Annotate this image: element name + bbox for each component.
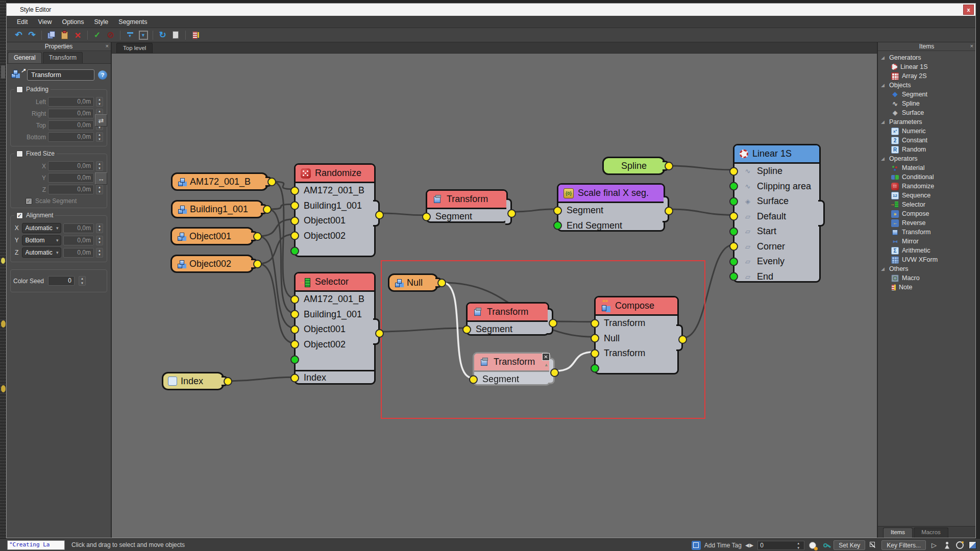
padding-right-field[interactable]: 0,0m — [48, 109, 94, 118]
properties-close-icon[interactable]: × — [106, 43, 109, 49]
tree-item-sequence[interactable]: Sequence — [881, 191, 975, 200]
value-spinner[interactable]: ▲▼ — [96, 236, 103, 245]
input-port-connected[interactable] — [290, 373, 299, 382]
fixed-size-checkbox[interactable] — [16, 151, 23, 157]
node-header[interactable]: Transform — [468, 304, 548, 322]
frame-spinner[interactable]: ▲▼ — [795, 541, 802, 549]
fixed-size-mode-button[interactable]: ↔ — [95, 172, 107, 185]
node-scale[interactable]: Scale final X seg. Segment End Segment — [557, 183, 665, 232]
tree-item-random[interactable]: Random — [881, 145, 975, 154]
tree-item-randomize[interactable]: Randomize — [881, 182, 975, 191]
input-port-connected[interactable] — [290, 295, 299, 304]
fixed-size-x-field[interactable]: 0,0m — [48, 161, 94, 171]
toolbar-delete-button[interactable] — [72, 29, 84, 41]
value-spinner[interactable]: ▲▼ — [96, 248, 103, 258]
node-null[interactable]: Null — [388, 273, 438, 292]
toolbar-copy-button[interactable] — [45, 29, 57, 41]
node-randomize[interactable]: Randomize AM172_001_B Building1_001 Obje… — [294, 163, 376, 257]
tree-item-material[interactable]: Material — [881, 163, 975, 172]
menu-segments[interactable]: Segments — [113, 17, 152, 27]
collapse-triangle-icon[interactable]: ◢ — [881, 156, 886, 161]
tab-general[interactable]: General — [8, 52, 42, 63]
input-port-connected[interactable] — [290, 232, 299, 240]
time-configuration-icon[interactable] — [808, 541, 817, 550]
tree-item-arithmetic[interactable]: Arithmetic — [881, 246, 975, 255]
alignment-z-field[interactable]: 0,0m — [63, 248, 94, 258]
node-name-input[interactable]: Transform — [27, 69, 94, 81]
value-spinner[interactable]: ▲▼ — [96, 161, 103, 171]
output-port[interactable] — [375, 329, 384, 338]
tree-item-segment[interactable]: Segment — [881, 90, 975, 99]
output-port[interactable] — [267, 178, 276, 186]
maximize-viewport-icon[interactable] — [968, 541, 977, 550]
input-port-empty[interactable] — [290, 246, 299, 255]
collapse-triangle-icon[interactable]: ◢ — [881, 119, 886, 124]
input-port-connected[interactable] — [290, 340, 299, 349]
input-port-empty[interactable] — [729, 272, 738, 281]
node-selector[interactable]: Selector AM172_001_B Building1_001 Objec… — [294, 272, 376, 385]
tree-item-constant[interactable]: Constant — [881, 136, 975, 145]
tree-group-generators[interactable]: ◢ Generators — [881, 53, 975, 62]
input-port-connected[interactable] — [290, 186, 299, 195]
toolbar-pinbottom-button[interactable] — [137, 29, 149, 41]
alignment-x-field[interactable]: 0,0m — [63, 223, 94, 233]
node-linear[interactable]: Linear 1S ∿ Spline ∿ Clipping area ◈ Sur… — [733, 144, 821, 283]
tree-item-selector[interactable]: Selector — [881, 200, 975, 209]
tree-item-numeric[interactable]: Numeric — [881, 127, 975, 136]
output-port[interactable] — [224, 377, 232, 386]
toolbar-paste-button[interactable] — [59, 29, 70, 41]
tab-items[interactable]: Items — [883, 528, 913, 538]
color-seed-field[interactable]: 0 — [48, 276, 75, 286]
collapse-triangle-icon[interactable]: ◢ — [881, 266, 886, 271]
set-key-icon[interactable] — [821, 541, 830, 550]
node-spline[interactable]: Spline — [602, 157, 665, 175]
padding-top-field[interactable]: 0,0m — [48, 120, 94, 130]
window-close-button[interactable]: x — [963, 5, 974, 15]
help-button[interactable]: ? — [98, 70, 107, 80]
menu-style[interactable]: Style — [89, 17, 114, 27]
alignment-x-select[interactable]: Automatic▾ — [22, 223, 61, 233]
value-spinner[interactable]: ▲▼ — [96, 132, 103, 142]
input-port-empty[interactable] — [591, 364, 599, 373]
properties-panel-header[interactable]: Properties × — [7, 42, 111, 51]
tab-macros[interactable]: Macros — [914, 528, 948, 538]
node-header[interactable]: Compose — [596, 297, 677, 316]
input-port-connected[interactable] — [729, 242, 738, 251]
alignment-y-field[interactable]: 0,0m — [63, 236, 94, 245]
node-am172[interactable]: AM172_001_B — [171, 172, 268, 191]
tree-item-surface[interactable]: Surface — [881, 108, 975, 117]
input-port-connected[interactable] — [290, 202, 299, 210]
tree-item-note[interactable]: Note — [881, 283, 975, 292]
fixed-size-z-field[interactable]: 0,0m — [48, 185, 94, 194]
node-header[interactable]: Selector — [296, 273, 374, 292]
menu-options[interactable]: Options — [57, 17, 89, 27]
input-port-connected[interactable] — [462, 325, 471, 334]
output-port[interactable] — [253, 260, 262, 268]
output-port[interactable] — [253, 232, 262, 241]
node-compose[interactable]: Compose Transform Null Transform — [594, 296, 679, 374]
alignment-y-select[interactable]: Bottom▾ — [22, 235, 61, 245]
scale-segment-checkbox[interactable]: ✓ — [26, 198, 32, 205]
input-port-connected[interactable] — [591, 319, 599, 328]
tree-item-array-2s[interactable]: Array 2S — [881, 71, 975, 81]
output-port[interactable] — [375, 211, 384, 219]
value-spinner[interactable]: ▲▼ — [96, 97, 103, 107]
padding-mode-button[interactable]: ⇄ — [95, 114, 107, 127]
tree-group-operators[interactable]: ◢ Operators — [881, 154, 975, 163]
node-header[interactable]: Randomize — [296, 165, 374, 183]
menu-view[interactable]: View — [33, 17, 57, 27]
value-spinner[interactable]: ▲▼ — [96, 223, 103, 233]
tree-group-objects[interactable]: ◢ Objects — [881, 81, 975, 90]
padding-left-field[interactable]: 0,0m — [48, 97, 94, 107]
input-port-connected[interactable] — [729, 212, 738, 221]
output-port[interactable] — [437, 279, 446, 287]
input-port-connected[interactable] — [553, 206, 562, 215]
input-port-empty[interactable] — [553, 221, 562, 230]
add-time-tag-button[interactable]: Add Time Tag — [704, 542, 742, 549]
frame-number-field[interactable]: 0 ▲▼ — [757, 541, 804, 550]
set-key-button[interactable]: Set Key — [834, 540, 865, 550]
node-header[interactable]: Scale final X seg. — [558, 185, 664, 203]
tree-item-spline[interactable]: Spline — [881, 99, 975, 108]
input-port-empty[interactable] — [729, 227, 738, 236]
input-port-connected[interactable] — [290, 216, 299, 225]
